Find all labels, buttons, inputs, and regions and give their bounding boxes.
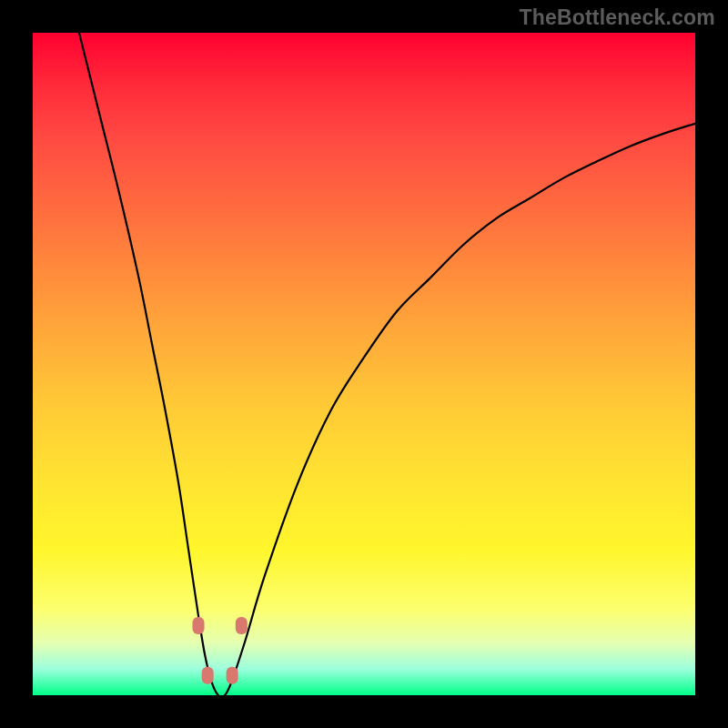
data-marker bbox=[202, 667, 214, 684]
bottleneck-curve bbox=[79, 33, 695, 695]
plot-area bbox=[33, 33, 695, 695]
chart-frame: TheBottleneck.com bbox=[0, 0, 728, 728]
marker-layer bbox=[193, 617, 248, 684]
data-marker bbox=[193, 617, 205, 634]
data-marker bbox=[227, 667, 238, 684]
data-marker bbox=[236, 617, 248, 634]
curve-layer bbox=[33, 33, 695, 695]
watermark-text: TheBottleneck.com bbox=[519, 5, 715, 30]
